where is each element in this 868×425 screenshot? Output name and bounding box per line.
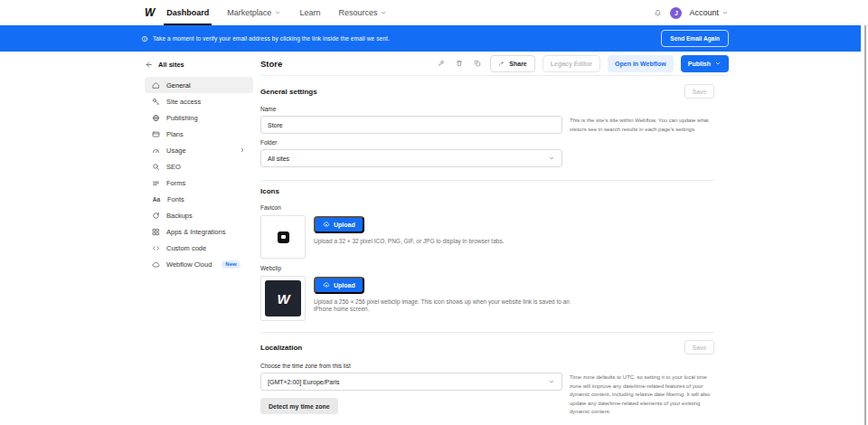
favicon-preview	[260, 215, 306, 259]
nav-item-marketplace[interactable]: Marketplace	[227, 0, 281, 25]
site-header: Store Share Legacy Editor	[260, 52, 729, 76]
avatar[interactable]: J	[670, 7, 682, 19]
settings-main-panel: Store Share Legacy Editor	[260, 52, 729, 417]
settings-sidebar: All sites General Site access Publishing…	[145, 52, 253, 272]
history-icon	[152, 212, 160, 220]
localization-save-button[interactable]: Save	[684, 340, 714, 354]
legacy-editor-button[interactable]: Legacy Editor	[542, 55, 600, 72]
timezone-select[interactable]: [GMT+2:00] Europe/Paris	[260, 373, 562, 391]
trash-icon[interactable]	[454, 58, 465, 69]
favicon-default-icon	[278, 231, 289, 243]
sidebar-item-publishing[interactable]: Publishing	[145, 109, 253, 126]
upload-cloud-icon	[323, 221, 330, 228]
sidebar-item-plans[interactable]: Plans	[145, 126, 253, 142]
email-verification-banner: Take a moment to verify your email addre…	[0, 25, 861, 52]
favicon-help-text: Upload a 32 × 32 pixel ICO, PNG, GIF, or…	[314, 238, 504, 245]
duplicate-icon[interactable]	[472, 58, 483, 69]
info-icon	[141, 35, 148, 42]
nav-item-resources[interactable]: Resources	[338, 0, 387, 25]
sidebar-item-usage[interactable]: Usage	[145, 142, 253, 158]
sidebar-item-webflow-cloud[interactable]: Webflow Cloud New	[145, 256, 253, 272]
sidebar-item-forms[interactable]: Forms	[145, 175, 253, 191]
apps-grid-icon	[152, 228, 160, 236]
favicon-upload-button[interactable]: Upload	[314, 216, 364, 233]
share-arrow-icon	[498, 60, 505, 67]
webflow-logo-icon[interactable]: W	[145, 6, 154, 19]
folder-label: Folder	[260, 139, 729, 146]
localization-heading: Localization	[260, 344, 302, 352]
chevron-down-icon	[548, 155, 555, 162]
search-icon	[152, 163, 160, 171]
webclip-upload-button[interactable]: Upload	[314, 277, 364, 294]
webclip-preview: W	[260, 276, 306, 321]
globe-icon	[152, 114, 160, 122]
banner-message: Take a moment to verify your email addre…	[153, 35, 390, 42]
publish-button[interactable]: Publish	[681, 55, 729, 72]
open-in-webflow-button[interactable]: Open in Webflow	[608, 55, 674, 72]
divider	[260, 332, 714, 333]
forms-icon	[152, 179, 160, 187]
back-to-all-sites[interactable]: All sites	[145, 58, 253, 71]
fonts-icon: Aa	[152, 196, 161, 203]
send-email-again-button[interactable]: Send Email Again	[661, 30, 729, 47]
nav-item-learn[interactable]: Learn	[299, 0, 320, 25]
wrench-icon[interactable]	[436, 58, 447, 69]
name-help-text: This is the site's title within Webflow.…	[570, 116, 714, 134]
primary-nav: Dashboard Marketplace Learn Resources	[166, 0, 387, 25]
webflow-site-settings-page: W Dashboard Marketplace Learn Resources	[0, 0, 868, 425]
general-settings-section: General settings Save Name This is the s…	[260, 84, 729, 181]
divider	[260, 180, 714, 181]
chevron-down-icon	[548, 378, 555, 385]
sidebar-item-seo[interactable]: SEO	[145, 158, 253, 175]
chevron-down-icon	[380, 9, 387, 16]
favicon-label: Favicon	[260, 204, 729, 211]
general-settings-heading: General settings	[260, 88, 317, 96]
account-menu[interactable]: Account	[689, 8, 729, 17]
site-name-input[interactable]	[260, 116, 562, 134]
chevron-down-icon	[714, 60, 722, 67]
new-badge: New	[222, 260, 240, 269]
sidebar-item-general[interactable]: General	[145, 77, 253, 93]
share-button[interactable]: Share	[490, 55, 534, 72]
top-navigation-bar: W Dashboard Marketplace Learn Resources	[0, 0, 868, 25]
detect-timezone-button[interactable]: Detect my time zone	[260, 398, 338, 414]
code-icon	[152, 244, 160, 252]
timezone-help-text: Time zone defaults to UTC, so setting it…	[570, 373, 714, 417]
webclip-label: Webclip	[260, 265, 729, 271]
general-save-button[interactable]: Save	[684, 84, 714, 99]
chevron-right-icon	[239, 146, 246, 154]
name-label: Name	[260, 106, 729, 112]
sidebar-item-fonts[interactable]: Aa Fonts	[145, 191, 253, 207]
webflow-w-logo-icon: W	[265, 280, 301, 316]
nav-item-dashboard[interactable]: Dashboard	[166, 0, 209, 25]
home-icon	[152, 81, 160, 90]
timezone-label: Choose the time zone from this list	[260, 363, 729, 369]
icons-section: Icons Favicon Upload Upload a 32 × 32 pi…	[260, 187, 729, 333]
cloud-icon	[152, 260, 160, 269]
sidebar-item-apps-integrations[interactable]: Apps & Integrations	[145, 223, 253, 240]
plans-card-icon	[152, 130, 160, 138]
arrow-left-icon	[145, 61, 153, 69]
site-name-title: Store	[260, 59, 282, 69]
folder-select[interactable]: All sites	[260, 149, 562, 167]
sidebar-item-backups[interactable]: Backups	[145, 207, 253, 223]
notifications-bell-icon[interactable]	[652, 7, 663, 18]
gauge-icon	[152, 146, 160, 155]
icons-heading: Icons	[260, 187, 729, 195]
chevron-down-icon	[722, 9, 729, 16]
sidebar-item-custom-code[interactable]: Custom code	[145, 240, 253, 256]
webclip-help-text: Upload a 256 × 256 pixel webclip image. …	[314, 298, 576, 313]
upload-cloud-icon	[323, 281, 330, 288]
key-icon	[152, 98, 160, 106]
sidebar-item-site-access[interactable]: Site access	[145, 93, 253, 109]
localization-section: Localization Save Choose the time zone f…	[260, 340, 729, 417]
chevron-down-icon	[274, 9, 281, 16]
scrollbar[interactable]	[864, 0, 866, 425]
